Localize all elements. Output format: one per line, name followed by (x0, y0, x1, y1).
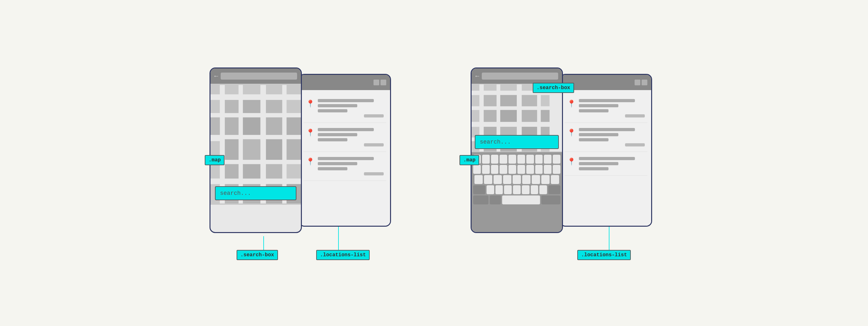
back-arrow-1[interactable]: ← (214, 73, 218, 80)
list-item-1[interactable]: 📍 (304, 94, 386, 123)
keyboard-2[interactable] (472, 152, 562, 233)
phone-header-list-2 (561, 75, 651, 90)
phone-list-1: 📍 📍 (299, 74, 391, 227)
phones-row-1: ← (210, 67, 391, 233)
kb-key[interactable] (491, 165, 499, 174)
kb-key[interactable] (508, 165, 516, 174)
header-icon-1 (373, 79, 379, 85)
list-item-6[interactable]: 📍 (564, 152, 647, 176)
list-line (579, 128, 635, 131)
kb-key[interactable] (494, 175, 502, 184)
svg-rect-45 (484, 95, 496, 106)
pin-icon-4: 📍 (567, 100, 576, 108)
search-box-container-1: search... (215, 186, 297, 200)
list-item-2[interactable]: 📍 (304, 123, 386, 152)
kb-shift-key[interactable] (473, 185, 485, 194)
kb-key[interactable] (518, 165, 525, 174)
list-line (579, 99, 635, 102)
list-item-lines-1 (318, 99, 384, 118)
kb-key[interactable] (503, 175, 512, 184)
search-box-2[interactable]: search... (475, 135, 559, 149)
svg-rect-23 (266, 139, 282, 160)
kb-key[interactable] (500, 155, 507, 164)
kb-key[interactable] (526, 155, 534, 164)
pin-icon-2: 📍 (306, 129, 315, 137)
svg-rect-26 (243, 164, 260, 178)
kb-key[interactable] (500, 165, 507, 174)
kb-key[interactable] (508, 155, 516, 164)
kb-key[interactable] (474, 175, 483, 184)
list-item-4[interactable]: 📍 (564, 94, 647, 123)
kb-key[interactable] (513, 175, 521, 184)
search-box-annotation-2: .search-box (533, 83, 574, 93)
kb-key[interactable] (487, 185, 494, 194)
list-line-tag (625, 143, 645, 146)
kb-key[interactable] (495, 185, 503, 194)
kb-key[interactable] (535, 165, 543, 174)
svg-rect-16 (225, 118, 239, 135)
kb-key[interactable] (526, 165, 534, 174)
svg-rect-13 (225, 100, 239, 113)
pin-icon-5: 📍 (567, 129, 576, 137)
list-line (318, 157, 374, 160)
kb-key[interactable] (551, 175, 559, 184)
kb-key[interactable] (539, 185, 547, 194)
svg-rect-10 (239, 85, 243, 203)
kb-key[interactable] (532, 175, 540, 184)
kb-key[interactable] (473, 165, 481, 174)
list-line-tag (625, 114, 645, 118)
list-line (579, 104, 618, 107)
scenario-2: ← (456, 67, 666, 271)
kb-key[interactable] (491, 155, 499, 164)
list-item-lines-2 (318, 128, 384, 146)
kb-row-2 (473, 165, 560, 174)
kb-key[interactable] (535, 155, 543, 164)
kb-key[interactable] (553, 155, 560, 164)
header-icon-2 (380, 79, 386, 85)
kb-return-key[interactable] (541, 195, 560, 204)
list-line (318, 133, 357, 136)
kb-space-key[interactable] (502, 195, 540, 204)
kb-backspace-key[interactable] (548, 185, 560, 194)
kb-key[interactable] (553, 165, 560, 174)
pin-icon-6: 📍 (567, 158, 576, 166)
kb-key[interactable] (531, 185, 538, 194)
kb-numbers-key[interactable] (473, 195, 489, 204)
search-box-1[interactable]: search... (215, 186, 297, 200)
kb-key[interactable] (518, 155, 525, 164)
phone-header-list-1 (300, 75, 390, 90)
list-item-3[interactable]: 📍 (304, 152, 386, 181)
list-item-5[interactable]: 📍 (564, 123, 647, 152)
kb-key[interactable] (513, 185, 521, 194)
header-bar-1 (221, 73, 297, 79)
pin-icon-1: 📍 (306, 100, 315, 108)
kb-key[interactable] (482, 155, 490, 164)
kb-key[interactable] (544, 165, 552, 174)
kb-key[interactable] (482, 165, 490, 174)
list-line-tag (364, 143, 384, 146)
svg-rect-20 (211, 118, 220, 135)
header-icon-3 (634, 79, 640, 85)
locations-list-2: 📍 📍 (561, 90, 651, 227)
map-area-2: search... (472, 84, 562, 152)
svg-rect-21 (225, 139, 239, 160)
locations-annotation-1: .locations-list (316, 250, 370, 260)
kb-key[interactable] (522, 175, 530, 184)
map-annotation-2: .map (460, 155, 479, 165)
kb-key[interactable] (541, 175, 550, 184)
kb-key[interactable] (522, 185, 529, 194)
svg-rect-11 (260, 85, 266, 203)
kb-emoji-key[interactable] (490, 195, 501, 204)
svg-rect-47 (522, 95, 537, 106)
svg-rect-17 (243, 118, 260, 135)
kb-key[interactable] (484, 175, 492, 184)
list-line (579, 162, 618, 165)
header-icons-2 (634, 79, 647, 85)
header-icons-1 (373, 79, 386, 85)
kb-key[interactable] (544, 155, 552, 164)
back-arrow-2[interactable]: ← (475, 73, 479, 80)
kb-key[interactable] (504, 185, 512, 194)
list-item-lines-6 (579, 157, 645, 170)
svg-rect-27 (266, 164, 282, 178)
svg-rect-9 (220, 85, 225, 203)
